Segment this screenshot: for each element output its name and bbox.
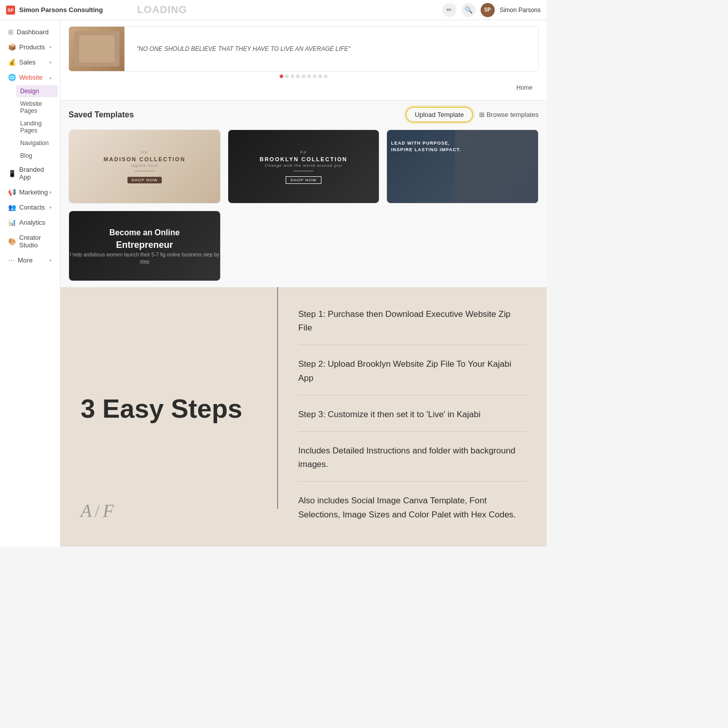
step-4-section: Includes Detailed Instructions and folde… (298, 444, 526, 482)
edit-icon[interactable]: ✏ (442, 3, 456, 17)
search-icon[interactable]: 🔍 (461, 3, 476, 17)
svg-rect-2 (84, 39, 109, 56)
executive-info: Executive Home Page 👁 🔗 ··· Encore 1.5.6… (387, 203, 538, 204)
sidebar-sub-item-design[interactable]: Design (16, 85, 58, 97)
step-5-section: Also includes Social Image Canva Templat… (298, 494, 526, 531)
dot-3[interactable] (291, 75, 294, 78)
dot-5[interactable] (302, 75, 305, 78)
step-2-section: Step 2: Upload Brooklyn Website Zip File… (298, 357, 526, 395)
step-1-text: Step 1: Purchase then Download Executive… (298, 307, 526, 335)
top-bar: SP Simon Parsons Consulting LOADING ✏ 🔍 … (0, 0, 547, 20)
templates-header: Saved Templates Upload Template ⊞ Browse… (69, 107, 539, 122)
sidebar-item-label-marketing: Marketing (19, 188, 48, 196)
home-link[interactable]: Home (516, 84, 533, 91)
carousel-dots (69, 72, 539, 81)
sidebar-item-analytics[interactable]: 📊 Analytics (2, 215, 58, 230)
sidebar-item-products[interactable]: 📦 Products ▾ (2, 40, 58, 54)
brooklyn-info: Brooklyn Website 👁 🔗 ··· Brooklyn 1.8.0 … (228, 203, 379, 204)
creator-studio-icon: 🎨 (8, 238, 16, 245)
sidebar-item-more[interactable]: ⋯ More ▾ (2, 253, 58, 268)
hero-thumbnail (69, 26, 124, 72)
hero-inner: "NO ONE SHOULD BELIEVE THAT THEY HAVE TO… (69, 26, 539, 72)
template-card-brooklyn: Ap BROOKLYN COLLECTION Change with the w… (228, 129, 380, 204)
top-bar-left: SP Simon Parsons Consulting LOADING (6, 4, 187, 16)
home-btn-container: Home (69, 81, 539, 94)
sidebar-item-label-branded-app: Branded App (19, 166, 52, 181)
chevron-down-icon-contacts: ▾ (49, 205, 52, 210)
template-card-executive: LEAD WITH PURPOSE, INSPIRE LASTING IMPAC… (386, 129, 539, 204)
sidebar-item-sales[interactable]: 💰 Sales ▾ (2, 55, 58, 70)
products-icon: 📦 (8, 43, 16, 51)
website-submenu: Design Website Pages Landing Pages Navig… (0, 85, 60, 162)
dot-4[interactable] (296, 75, 300, 78)
step-3-section: Step 3: Customize it then set it to 'Liv… (298, 408, 526, 432)
chevron-down-icon: ▾ (49, 45, 52, 50)
more-icon: ⋯ (8, 256, 15, 264)
bottom-left: 3 Easy Steps A / F (60, 287, 277, 547)
logo-a: A (81, 500, 92, 521)
chevron-up-icon: ▴ (49, 75, 52, 80)
brooklyn2-thumbnail: Become an Online Entrepreneur I help amb… (69, 211, 220, 281)
chevron-down-icon-sales: ▾ (49, 60, 52, 65)
sidebar-item-contacts[interactable]: 👥 Contacts ▾ (2, 200, 58, 215)
dashboard-icon: ⊞ (8, 28, 14, 36)
dot-9[interactable] (324, 75, 327, 78)
sidebar-item-label-website: Website (19, 74, 43, 81)
sidebar-item-label-sales: Sales (19, 58, 36, 66)
sidebar-item-label-dashboard: Dashboard (17, 28, 49, 36)
user-name: Simon Parsons (500, 7, 541, 14)
main-content: "NO ONE SHOULD BELIEVE THAT THEY HAVE TO… (60, 20, 547, 547)
sidebar-sub-item-website-pages[interactable]: Website Pages (16, 98, 58, 117)
sidebar-item-label-more: More (18, 256, 33, 264)
sidebar-item-branded-app[interactable]: 📱 Branded App (2, 162, 58, 184)
user-avatar[interactable]: SP (481, 3, 495, 17)
upload-template-button[interactable]: Upload Template (406, 107, 473, 122)
browse-templates-label: Browse templates (487, 111, 539, 118)
brooklyn2-thumb-text: Become an Online Entrepreneur I help amb… (69, 227, 220, 266)
template-card-madison: Ap MADISON COLLECTION tagline here SHOP … (69, 129, 221, 204)
dot-6[interactable] (307, 75, 311, 78)
chevron-down-icon-marketing: ▾ (49, 190, 52, 195)
sidebar-item-label-contacts: Contacts (19, 204, 45, 211)
sidebar-item-dashboard[interactable]: ⊞ Dashboard (2, 25, 58, 39)
sidebar-sub-item-navigation[interactable]: Navigation (16, 137, 58, 149)
app-layout: ⊞ Dashboard 📦 Products ▾ 💰 Sales ▾ 🌐 Web… (0, 20, 547, 547)
analytics-icon: 📊 (8, 219, 16, 226)
bottom-section: 3 Easy Steps A / F Step 1: Purchase then… (60, 287, 547, 547)
hero-quote: "NO ONE SHOULD BELIEVE THAT THEY HAVE TO… (130, 40, 538, 57)
sidebar-sub-item-blog[interactable]: Blog (16, 150, 58, 162)
sidebar-item-label-creator-studio: Creator Studio (19, 234, 52, 249)
template-card-brooklyn2: Become an Online Entrepreneur I help amb… (69, 211, 221, 281)
sidebar-item-label-analytics: Analytics (19, 219, 45, 226)
template-grid: Ap MADISON COLLECTION tagline here SHOP … (69, 129, 539, 281)
dot-8[interactable] (318, 75, 322, 78)
contacts-icon: 👥 (8, 204, 16, 211)
sales-icon: 💰 (8, 58, 16, 66)
dot-1[interactable] (280, 75, 283, 78)
website-icon: 🌐 (8, 74, 16, 81)
madison-info: Madison Website 👁 🔗 ··· Brookly Updated … (69, 203, 220, 204)
templates-section-title: Saved Templates (69, 110, 134, 119)
brand-logo: SP (6, 6, 15, 15)
dot-2[interactable] (285, 75, 289, 78)
templates-actions: Upload Template ⊞ Browse templates (406, 107, 539, 122)
dot-7[interactable] (313, 75, 316, 78)
sidebar-item-label-products: Products (19, 43, 45, 51)
step-2-text: Step 2: Upload Brooklyn Website Zip File… (298, 357, 526, 384)
sidebar-item-creator-studio[interactable]: 🎨 Creator Studio (2, 230, 58, 252)
step-3-text: Step 3: Customize it then set it to 'Liv… (298, 408, 526, 421)
chevron-down-icon-more: ▾ (49, 258, 52, 263)
page-title: LOADING (137, 4, 187, 16)
templates-section: Saved Templates Upload Template ⊞ Browse… (60, 101, 547, 287)
step-5-text: Also includes Social Image Canva Templat… (298, 494, 526, 521)
sidebar-sub-item-landing-pages[interactable]: Landing Pages (16, 117, 58, 137)
sidebar-item-website[interactable]: 🌐 Website ▴ (2, 70, 58, 85)
easy-steps-title: 3 Easy Steps (81, 393, 242, 424)
browse-templates-button[interactable]: ⊞ Browse templates (479, 111, 539, 118)
hero-section: "NO ONE SHOULD BELIEVE THAT THEY HAVE TO… (60, 20, 547, 101)
sidebar-item-marketing[interactable]: 📢 Marketing ▾ (2, 185, 58, 200)
grid-icon: ⊞ (479, 111, 485, 118)
logo-f: F (103, 500, 114, 521)
bottom-logo: A / F (81, 500, 257, 521)
brooklyn-thumbnail: Ap BROOKLYN COLLECTION Change with the w… (228, 130, 379, 203)
